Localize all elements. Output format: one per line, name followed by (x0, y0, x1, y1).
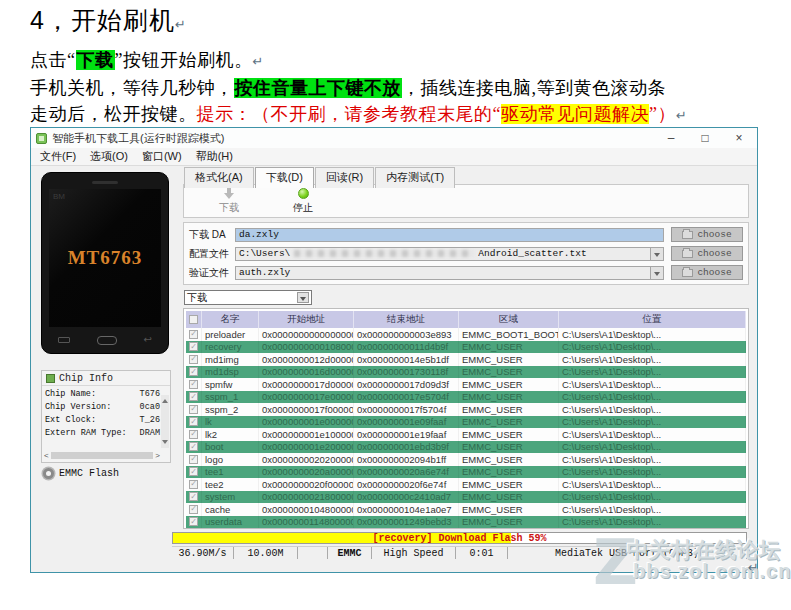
table-row[interactable]: ✓spmfw0x0000000017d000000x0000000017d09d… (186, 378, 746, 391)
choose-auth-button[interactable]: choose (671, 265, 743, 280)
column-header[interactable]: 开始地址 (259, 311, 354, 328)
cell-end-address: 0x000000000003e893 (354, 328, 459, 341)
table-row[interactable]: ✓recovery0x00000000001080000x00000000011… (186, 341, 746, 354)
table-row[interactable]: ✓boot0x000000001e2000000x000000001ebd3b9… (186, 441, 746, 454)
column-header[interactable]: 结束地址 (354, 311, 459, 328)
mode-dropdown[interactable]: 下载 (184, 290, 312, 305)
menu-item-3[interactable]: 窗口(W) (135, 149, 189, 164)
row-checkbox[interactable]: ✓ (189, 392, 198, 401)
cell-location: C:\Users\A1\Desktop\... (559, 341, 746, 354)
phone-corner-label: BM (53, 192, 65, 201)
cell-region: EMMC_USER (459, 341, 559, 354)
tab-3[interactable]: 回读(R) (315, 167, 374, 188)
download-da-input[interactable]: da.zxly (235, 228, 664, 242)
scroll-up-icon[interactable] (162, 396, 168, 403)
row-checkbox[interactable]: ✓ (189, 367, 198, 376)
row-checkbox[interactable]: ✓ (189, 405, 198, 414)
row-checkbox[interactable]: ✓ (189, 342, 198, 351)
scatter-file-input[interactable]: C:\Users\Android_scatter.txt (235, 247, 651, 261)
minimize-button[interactable]: – (654, 128, 688, 148)
table-row[interactable]: ✓sspm_10x0000000017e000000x0000000017e57… (186, 391, 746, 404)
table-row[interactable]: ✓tee20x0000000020f000000x0000000020f6e74… (186, 478, 746, 491)
table-row[interactable]: ✓preloader0x00000000000000000x0000000000… (186, 328, 746, 341)
tab-2[interactable]: 下载(D) (255, 167, 314, 188)
table-row[interactable]: ✓md1dsp0x0000000016d000000x0000000017301… (186, 366, 746, 379)
cell-start-address: 0x0000000016d00000 (259, 366, 354, 379)
scrollbar-thumb[interactable] (51, 452, 154, 459)
row-checkbox-cell: ✓ (186, 378, 202, 391)
chip-row-label: Chip Name: (45, 388, 96, 401)
auth-file-input[interactable]: auth.zxly (235, 266, 651, 280)
cell-name: sspm_2 (202, 403, 259, 416)
cell-location: C:\Users\A1\Desktop\... (559, 328, 746, 341)
chip-info-hscrollbar[interactable]: <> (44, 451, 160, 460)
table-row[interactable]: ✓userdata0x00000001148000000x00000001249… (186, 516, 746, 529)
cell-location: C:\Users\A1\Desktop\... (559, 503, 746, 516)
cell-end-address: 0x0000000020f6e74f (354, 478, 459, 491)
table-row[interactable]: ✓lk20x000000001e1000000x000000001e19faaf… (186, 428, 746, 441)
header-checkbox[interactable] (186, 311, 202, 328)
tab-1[interactable]: 格式化(A) (184, 167, 254, 188)
table-row[interactable]: ✓sspm_20x0000000017f000000x0000000017f57… (186, 403, 746, 416)
row-checkbox-cell: ✓ (186, 428, 202, 441)
menu-item-1[interactable]: 文件(F) (33, 149, 83, 164)
progress-label: [recovery] Download Flash 59% (173, 533, 746, 543)
cell-start-address: 0x0000000020f00000 (259, 478, 354, 491)
cell-location: C:\Users\A1\Desktop\... (559, 453, 746, 466)
cell-start-address: 0x0000000017f00000 (259, 403, 354, 416)
cell-start-address: 0x0000000021800000 (259, 491, 354, 504)
table-row[interactable]: ✓logo0x00000000202000000x000000002094b1f… (186, 453, 746, 466)
title-bar[interactable]: 智能手机下载工具(运行时跟踪模式) – □ × (31, 128, 757, 148)
menu-item-2[interactable]: 选项(O) (83, 149, 135, 164)
column-header[interactable]: 名字 (202, 311, 259, 328)
status-cell-3 (298, 547, 328, 559)
stop-button[interactable]: 停止 (274, 188, 332, 215)
cell-location: C:\Users\A1\Desktop\... (559, 516, 746, 529)
row-checkbox[interactable]: ✓ (189, 517, 198, 526)
row-checkbox[interactable]: ✓ (189, 467, 198, 476)
menu-item-4[interactable]: 帮助(H) (189, 149, 240, 164)
row-checkbox[interactable]: ✓ (189, 380, 198, 389)
choose-label: choose (697, 267, 731, 278)
scroll-down-icon[interactable] (162, 440, 168, 447)
column-header[interactable]: 区域 (459, 311, 559, 328)
dropdown-arrow-icon[interactable] (297, 292, 309, 303)
download-icon (223, 188, 235, 200)
cell-location: C:\Users\A1\Desktop\... (559, 428, 746, 441)
cell-region: EMMC_USER (459, 416, 559, 429)
maximize-button[interactable]: □ (688, 128, 722, 148)
line1-post: ”按钮开始刷机。 (115, 50, 253, 70)
choose-da-button[interactable]: choose (671, 227, 743, 242)
mode-dropdown-value: 下载 (187, 291, 207, 305)
cell-region: EMMC_USER (459, 516, 559, 529)
cell-location: C:\Users\A1\Desktop\... (559, 353, 746, 366)
row-checkbox[interactable]: ✓ (189, 480, 198, 489)
table-row[interactable]: ✓lk0x000000001e0000000x000000001e09faafE… (186, 416, 746, 429)
row-checkbox-cell: ✓ (186, 416, 202, 429)
row-checkbox[interactable]: ✓ (189, 492, 198, 501)
row-checkbox[interactable]: ✓ (189, 505, 198, 514)
download-da-label: 下载 DA (189, 228, 235, 242)
dropdown-arrow-icon[interactable] (651, 247, 664, 261)
row-checkbox[interactable]: ✓ (189, 417, 198, 426)
row-checkbox[interactable]: ✓ (189, 330, 198, 339)
row-checkbox[interactable]: ✓ (189, 455, 198, 464)
column-header[interactable]: 位置 (559, 311, 746, 328)
close-button[interactable]: × (722, 128, 756, 148)
tab-4[interactable]: 内存测试(T) (375, 167, 455, 188)
line3-pre: 走动后，松开按键。 (30, 104, 197, 124)
table-row[interactable]: ✓cache0x00000001048000000x0000000104e1a0… (186, 503, 746, 516)
cell-end-address: 0x0000000014e5b1df (354, 353, 459, 366)
choose-scatter-button[interactable]: choose (671, 246, 743, 261)
chip-info-vscrollbar[interactable] (161, 395, 169, 448)
row-checkbox[interactable]: ✓ (189, 355, 198, 364)
table-row[interactable]: ✓md1img0x0000000012d000000x0000000014e5b… (186, 353, 746, 366)
table-row[interactable]: ✓system0x00000000218000000x00000000c2410… (186, 491, 746, 504)
row-checkbox[interactable]: ✓ (189, 430, 198, 439)
table-row[interactable]: ✓tee10x0000000020a000000x0000000020a6e74… (186, 466, 746, 479)
row-checkbox-cell: ✓ (186, 453, 202, 466)
download-button[interactable]: 下载 (200, 188, 258, 215)
row-checkbox[interactable]: ✓ (189, 442, 198, 451)
dropdown-arrow-icon[interactable] (651, 266, 664, 280)
choose-label: choose (697, 229, 731, 240)
